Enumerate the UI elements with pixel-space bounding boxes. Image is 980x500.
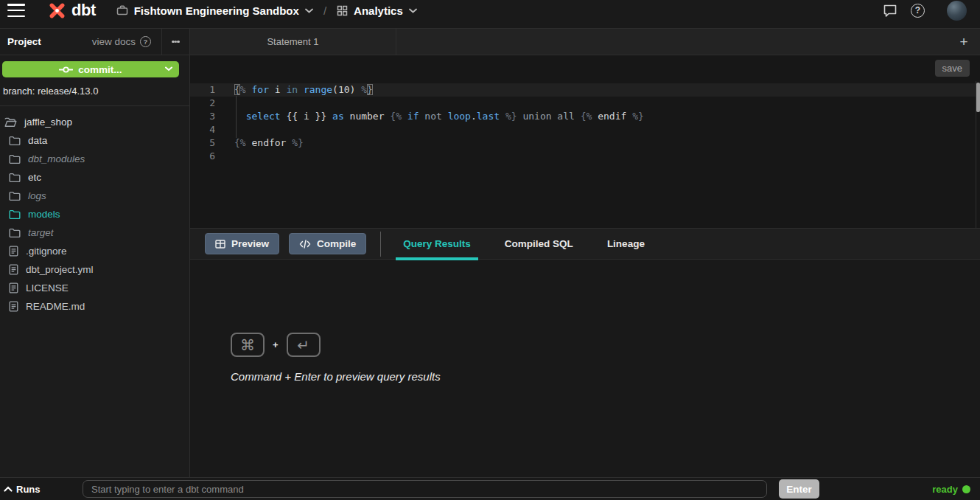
enter-button[interactable]: Enter — [779, 479, 819, 499]
dbt-ide-app: dbt Fishtown Engineering Sandbox / — [0, 0, 980, 500]
preview-button[interactable]: Preview — [205, 233, 279, 254]
enter-keycap: ↵ — [287, 333, 321, 357]
dbt-logo-text: dbt — [71, 1, 96, 20]
tree-item-label: models — [28, 209, 60, 220]
results-tabs: Query ResultsCompiled SQLLineage — [396, 229, 652, 259]
code-line-6[interactable]: 6 — [190, 150, 980, 163]
line-content — [215, 97, 234, 110]
compile-button[interactable]: Compile — [289, 233, 366, 254]
sidebar-kebab-menu[interactable] — [162, 29, 189, 55]
tree-item-models[interactable]: models — [0, 205, 189, 223]
tab-lineage[interactable]: Lineage — [600, 229, 652, 259]
view-docs-help-icon: ? — [140, 36, 151, 47]
tree-item-license[interactable]: LICENSE — [0, 279, 189, 297]
code-line-5[interactable]: 5{% endfor %} — [190, 136, 980, 150]
chat-icon[interactable] — [883, 4, 897, 18]
editor-scrollbar-thumb[interactable] — [976, 83, 980, 112]
dbt-command-input[interactable] — [83, 480, 767, 498]
commit-button[interactable]: commit... — [2, 61, 179, 77]
tab-compiled-sql[interactable]: Compiled SQL — [497, 229, 581, 259]
folder-icon — [9, 191, 21, 201]
editor-toolbar: save — [190, 55, 980, 81]
folder-icon — [9, 154, 21, 164]
shortcut-hint-text: Command + Enter to preview query results — [231, 370, 980, 383]
editor-pane: Statement 1 + save 1{% for i in range(10… — [190, 29, 980, 477]
briefcase-icon — [116, 4, 128, 16]
user-avatar[interactable] — [947, 1, 967, 21]
tab-statement-1[interactable]: Statement 1 — [190, 29, 396, 55]
tree-item-jaffle-shop[interactable]: jaffle_shop — [0, 113, 189, 131]
tree-item-dbt-modules[interactable]: dbt_modules — [0, 150, 189, 168]
file-tree: jaffle_shopdatadbt_modulesetclogsmodelst… — [0, 113, 189, 316]
commit-button-label: commit... — [78, 64, 122, 75]
code-line-3[interactable]: 3 select {{ i }} as number {% if not loo… — [190, 110, 980, 123]
table-icon — [215, 240, 225, 249]
folder-icon — [9, 173, 21, 183]
results-panel: ⌘+↵ Command + Enter to preview query res… — [190, 260, 980, 477]
code-line-2[interactable]: 2 — [190, 97, 980, 110]
line-content — [215, 123, 234, 136]
help-icon[interactable]: ? — [911, 4, 925, 18]
tree-item-label: README.md — [26, 301, 85, 312]
view-docs-link[interactable]: view docs ? — [92, 36, 151, 47]
keyboard-shortcut-hint: ⌘+↵ — [231, 333, 980, 357]
view-docs-label: view docs — [92, 36, 136, 47]
code-editor[interactable]: 1{% for i in range(10) %}23 select {{ i … — [190, 81, 980, 228]
environment-switcher[interactable]: Analytics — [337, 4, 417, 17]
line-number: 5 — [190, 136, 215, 150]
tree-item--gitignore[interactable]: .gitignore — [0, 242, 189, 260]
editor-scrollbar[interactable] — [976, 81, 980, 228]
command-bar: Runs Enter ready — [0, 477, 980, 500]
tree-item-dbt-project-yml[interactable]: dbt_project.yml — [0, 260, 189, 279]
top-bar: dbt Fishtown Engineering Sandbox / — [0, 0, 980, 29]
folder-icon — [9, 136, 21, 146]
line-number: 1 — [190, 83, 215, 97]
tree-item-label: LICENSE — [26, 282, 69, 294]
project-switcher-label: Fishtown Engineering Sandbox — [134, 4, 299, 17]
plus-separator: + — [273, 339, 279, 350]
line-content: {% endfor %} — [215, 136, 304, 150]
file-explorer-sidebar: Project view docs ? commit... — [0, 29, 190, 477]
tree-item-label: etc — [28, 172, 41, 183]
tree-item-etc[interactable]: etc — [0, 168, 189, 187]
file-icon — [9, 282, 18, 294]
line-number: 4 — [190, 123, 215, 136]
commit-chevron-icon[interactable] — [165, 66, 172, 72]
tree-item-logs[interactable]: logs — [0, 187, 189, 205]
runs-toggle[interactable]: Runs — [0, 484, 83, 495]
breadcrumb-separator: / — [323, 4, 326, 17]
save-button[interactable]: save — [935, 60, 970, 77]
code-line-1[interactable]: 1{% for i in range(10) %} — [190, 83, 980, 97]
tree-item-label: data — [28, 135, 47, 146]
tree-item-label: target — [28, 227, 54, 238]
results-toolbar: Preview Compile Query ResultsCompiled SQ… — [190, 228, 980, 260]
tab-query-results[interactable]: Query Results — [396, 229, 478, 259]
file-icon — [9, 246, 18, 257]
line-content — [215, 150, 234, 163]
tree-item-label: jaffle_shop — [24, 117, 72, 128]
toolbar-divider — [380, 232, 381, 257]
tree-item-readme-md[interactable]: README.md — [0, 297, 189, 316]
line-number: 2 — [190, 97, 215, 110]
hamburger-menu-icon[interactable] — [7, 4, 25, 17]
new-tab-button[interactable]: + — [948, 29, 980, 55]
code-line-4[interactable]: 4 — [190, 123, 980, 136]
grid-icon — [337, 5, 348, 16]
tree-item-label: dbt_project.yml — [26, 264, 94, 275]
file-icon — [9, 264, 18, 275]
project-switcher[interactable]: Fishtown Engineering Sandbox — [116, 4, 313, 17]
folder-open-icon — [4, 117, 17, 128]
branch-label: branch: release/4.13.0 — [3, 86, 189, 97]
editor-tab-bar: Statement 1 + — [190, 29, 980, 55]
environment-switcher-label: Analytics — [354, 4, 403, 17]
line-number: 3 — [190, 110, 215, 123]
line-number: 6 — [190, 150, 215, 163]
line-content: {% for i in range(10) %} — [215, 83, 373, 97]
chevron-down-icon — [409, 8, 417, 13]
tab-label: Statement 1 — [267, 36, 318, 47]
tree-item-label: .gitignore — [26, 246, 67, 257]
tree-item-label: dbt_modules — [28, 153, 85, 164]
git-commit-icon — [59, 66, 73, 74]
tree-item-data[interactable]: data — [0, 131, 189, 150]
tree-item-target[interactable]: target — [0, 223, 189, 242]
